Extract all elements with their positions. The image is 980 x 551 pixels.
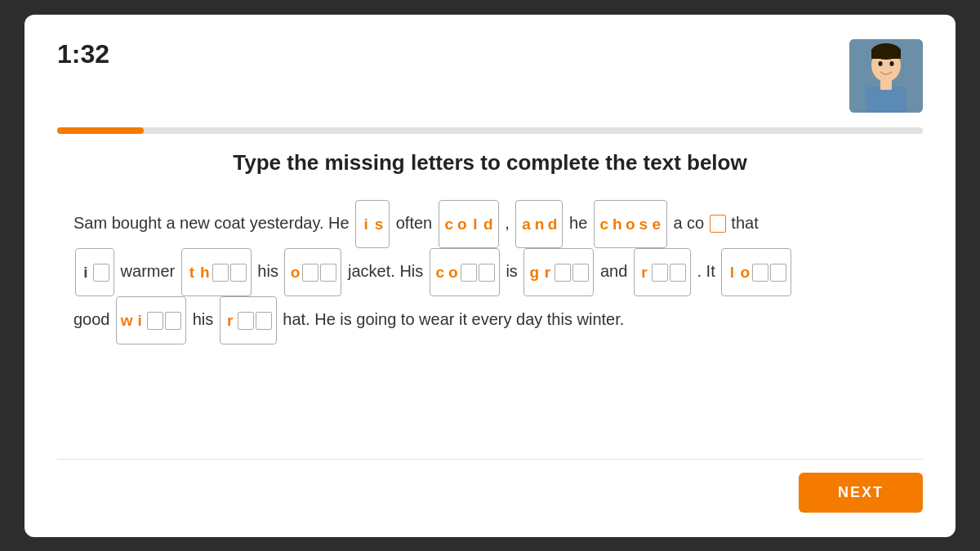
blank-input[interactable] [461, 264, 477, 282]
svg-point-5 [890, 61, 894, 66]
blank-input[interactable] [652, 264, 668, 282]
next-button[interactable]: NEXT [799, 473, 923, 513]
word-box-gr-blank: g r [523, 248, 594, 296]
text-segment: he [569, 214, 592, 232]
divider [57, 459, 923, 460]
word-box-th-blank: t h [181, 248, 252, 296]
text-segment: . It [697, 262, 719, 280]
blank-input[interactable] [230, 264, 247, 282]
bottom-bar: NEXT [57, 473, 923, 513]
letter: h [611, 202, 624, 246]
letter: c [598, 202, 611, 246]
text-area: Sam bought a new coat yesterday. He i s … [57, 200, 923, 345]
letter: o [288, 251, 301, 294]
text-segment: Sam bought a new coat yesterday. He [74, 214, 354, 232]
letter: l [725, 251, 738, 294]
svg-rect-7 [880, 80, 892, 90]
letter: i [359, 202, 372, 246]
word-box-o-blank: o [284, 248, 341, 296]
sentence-1: Sam bought a new coat yesterday. He i s … [74, 214, 759, 232]
letter: l [469, 202, 482, 246]
letter: c [434, 251, 447, 294]
text-segment: often [396, 214, 437, 232]
blank-input[interactable] [93, 264, 109, 282]
blank-input[interactable] [555, 264, 571, 282]
text-segment: his [257, 262, 283, 280]
letter: o [447, 251, 460, 294]
word-box-r-hat-blank: r [220, 296, 277, 344]
svg-rect-3 [871, 49, 901, 59]
letter: g [528, 251, 541, 294]
avatar [849, 39, 923, 113]
letter: c [443, 202, 456, 246]
text-segment: good [74, 310, 114, 328]
letter: r [224, 299, 237, 342]
letter: i [79, 251, 92, 294]
word-box-wi-blank: w i [116, 296, 186, 344]
letter: o [624, 202, 637, 246]
main-card: 1:32 Type the mi [24, 15, 956, 537]
letter: s [637, 202, 650, 246]
word-box-cold: c o l d [439, 200, 499, 248]
word-box-i-blank: i [75, 248, 114, 296]
letter: r [638, 251, 651, 294]
text-segment: and [600, 262, 632, 280]
letter: d [482, 202, 495, 246]
text-segment: that [731, 214, 758, 232]
progress-bar-fill [57, 127, 144, 134]
word-box-and: a n d [515, 200, 563, 248]
blank-input[interactable] [256, 312, 272, 330]
timer: 1:32 [57, 39, 109, 69]
word-box-r-blank: r [634, 248, 691, 296]
word-box-lo-blank: l o [721, 248, 791, 296]
progress-bar-container [57, 127, 923, 134]
letter: t [185, 251, 198, 294]
blank-input[interactable] [572, 264, 589, 282]
letter: o [456, 202, 469, 246]
text-segment: warmer [121, 262, 180, 280]
sentence-3: good w i his r hat. He is going to wear … [74, 310, 624, 328]
text-segment: hat. He is going to wear it every day th… [283, 310, 624, 328]
letter: d [546, 202, 559, 246]
blank-input[interactable] [670, 264, 686, 282]
letter: s [372, 202, 385, 246]
letter: n [532, 202, 546, 246]
word-box-chose: c h o s e [594, 200, 667, 248]
blank-input[interactable] [320, 264, 336, 282]
blank-input[interactable] [752, 264, 768, 282]
blank-input[interactable] [710, 215, 726, 233]
svg-point-4 [879, 61, 883, 66]
blank-input[interactable] [212, 264, 229, 282]
letter: e [650, 202, 663, 246]
letter: i [133, 299, 146, 342]
letter: o [738, 251, 751, 294]
blank-input[interactable] [302, 264, 318, 282]
text-segment: is [506, 262, 522, 280]
svg-rect-6 [866, 87, 906, 113]
blank-input[interactable] [147, 312, 163, 330]
letter: a [519, 202, 532, 246]
word-box-co-blank: c o [430, 248, 500, 296]
text-segment: his [193, 310, 218, 328]
letter: w [120, 299, 133, 342]
text-segment: a co [673, 214, 704, 232]
letter: h [198, 251, 212, 294]
text-segment: jacket. His [348, 262, 428, 280]
blank-input[interactable] [238, 312, 254, 330]
blank-input[interactable] [165, 312, 181, 330]
letter: r [541, 251, 554, 294]
instruction: Type the missing letters to complete the… [57, 150, 923, 176]
top-bar: 1:32 [57, 39, 923, 113]
sentence-2: i warmer t h his o jacket. His c o [74, 262, 793, 280]
blank-input[interactable] [479, 264, 495, 282]
blank-input[interactable] [770, 264, 786, 282]
text-segment: , [505, 214, 514, 232]
word-box-is: i s [355, 200, 390, 248]
